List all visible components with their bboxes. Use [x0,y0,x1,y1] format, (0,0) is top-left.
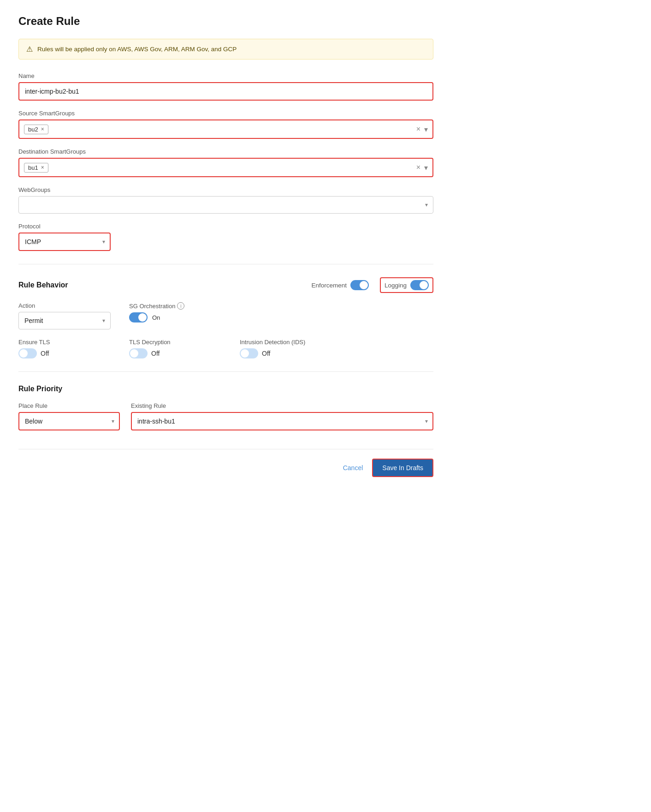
place-rule-select-wrapper: Below Above ▾ [18,412,120,430]
alert-banner: ⚠ Rules will be applied only on AWS, AWS… [18,39,433,60]
enforcement-toggle[interactable] [350,280,369,290]
name-input[interactable] [18,82,433,101]
webgroups-select-wrapper: ▾ [18,196,433,214]
destination-tag-bu1: bu1 × [24,163,48,173]
source-tag-text: bu2 [28,126,38,133]
tls-decryption-state: Off [151,350,160,357]
webgroups-select[interactable] [18,196,433,214]
source-tag-close[interactable]: × [41,126,44,132]
rule-behavior-header: Rule Behavior Enforcement Logging [18,277,433,293]
rule-priority-section: Rule Priority Place Rule Below Above ▾ E… [18,385,433,430]
ensure-tls-col: Ensure TLS Off [18,339,111,358]
cancel-button[interactable]: Cancel [343,464,363,472]
source-clear-icon[interactable]: × [416,125,420,133]
save-drafts-button[interactable]: Save In Drafts [372,459,433,477]
existing-rule-select-wrapper: intra-ssh-bu1 ▾ [131,412,433,430]
rule-priority-title: Rule Priority [18,385,433,393]
intrusion-detection-state: Off [262,350,270,357]
destination-smartgroups-section: Destination SmartGroups bu1 × × ▾ [18,148,433,177]
logging-toggle[interactable] [410,280,429,290]
tls-decryption-label: TLS Decryption [129,339,221,346]
sg-orchestration-toggle[interactable] [129,312,148,322]
footer-actions: Cancel Save In Drafts [18,449,433,477]
logging-label: Logging [385,282,407,289]
protocol-select[interactable]: ICMP TCP UDP [18,233,111,251]
place-rule-col: Place Rule Below Above ▾ [18,402,120,430]
action-label: Action [18,302,111,309]
destination-chevron-icon[interactable]: ▾ [424,163,428,172]
ensure-tls-state: Off [41,350,49,357]
tls-decryption-col: TLS Decryption Off [129,339,221,358]
destination-label: Destination SmartGroups [18,148,433,155]
tls-decryption-toggle[interactable] [129,348,148,358]
sg-info-icon[interactable]: i [177,302,184,310]
enforcement-toggle-item: Enforcement [311,280,369,290]
source-tag-bu2: bu2 × [24,125,48,134]
source-smartgroups-section: Source SmartGroups bu2 × × ▾ [18,110,433,139]
destination-input-actions: × ▾ [416,163,428,172]
name-section: Name [18,72,433,101]
logging-toggle-item: Logging [380,277,433,293]
webgroups-label: WebGroups [18,186,433,193]
webgroups-section: WebGroups ▾ [18,186,433,214]
source-chevron-icon[interactable]: ▾ [424,125,428,134]
existing-rule-select[interactable]: intra-ssh-bu1 [131,412,433,430]
sg-label-row: SG Orchestration i [129,302,184,310]
destination-clear-icon[interactable]: × [416,163,420,172]
intrusion-detection-col: Intrusion Detection (IDS) Off [240,339,332,358]
place-rule-select[interactable]: Below Above [18,412,120,430]
divider-1 [18,264,433,264]
sg-orchestration-col: SG Orchestration i On [129,302,184,329]
intrusion-detection-label: Intrusion Detection (IDS) [240,339,332,346]
toggles-group: Enforcement Logging [311,277,433,293]
destination-tag-text: bu1 [28,164,38,171]
action-select[interactable]: Permit Deny [18,312,111,329]
destination-smartgroups-input[interactable]: bu1 × × ▾ [18,158,433,177]
existing-rule-label: Existing Rule [131,402,433,409]
action-select-wrapper: Permit Deny ▾ [18,312,111,329]
sg-toggle-row: On [129,312,184,322]
sg-orchestration-label: SG Orchestration [129,303,175,310]
divider-2 [18,371,433,372]
intrusion-detection-toggle[interactable] [240,348,258,358]
existing-rule-col: Existing Rule intra-ssh-bu1 ▾ [131,402,433,430]
rule-behavior-title: Rule Behavior [18,281,68,289]
protocol-select-wrapper: ICMP TCP UDP ▾ [18,233,111,251]
source-smartgroups-input[interactable]: bu2 × × ▾ [18,119,433,139]
protocol-section: Protocol ICMP TCP UDP ▾ [18,223,433,251]
alert-message: Rules will be applied only on AWS, AWS G… [37,46,237,53]
place-rule-row: Place Rule Below Above ▾ Existing Rule i… [18,402,433,430]
place-rule-label: Place Rule [18,402,120,409]
warning-icon: ⚠ [26,45,33,54]
tls-row: Ensure TLS Off TLS Decryption Off Intrus… [18,339,433,358]
action-col: Action Permit Deny ▾ [18,302,111,329]
ensure-tls-toggle[interactable] [18,348,37,358]
name-label: Name [18,72,433,79]
action-row: Action Permit Deny ▾ SG Orchestration i … [18,302,433,329]
enforcement-label: Enforcement [311,282,347,289]
source-input-actions: × ▾ [416,125,428,134]
ensure-tls-label: Ensure TLS [18,339,111,346]
protocol-label: Protocol [18,223,433,230]
destination-tag-close[interactable]: × [41,164,44,171]
page-title: Create Rule [18,15,433,28]
sg-on-label: On [152,314,160,321]
source-label: Source SmartGroups [18,110,433,117]
